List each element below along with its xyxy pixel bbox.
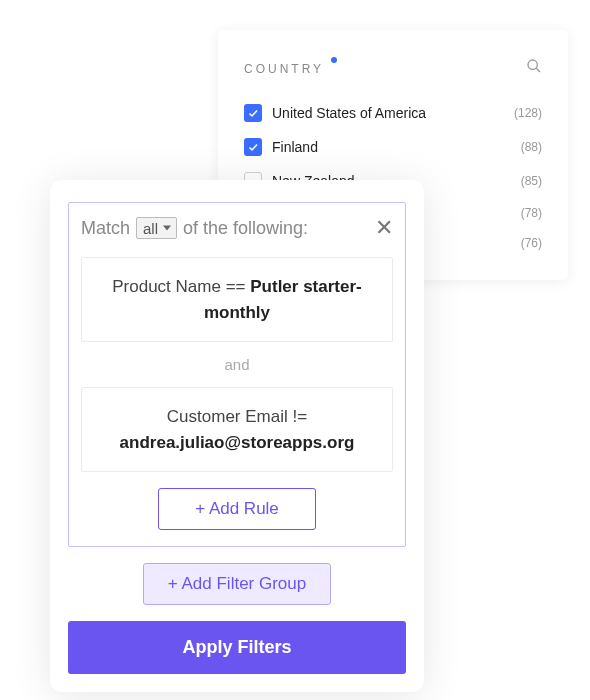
country-label: Finland — [272, 139, 318, 155]
country-row[interactable]: United States of America (128) — [244, 96, 542, 130]
add-rule-button[interactable]: + Add Rule — [158, 488, 316, 530]
search-icon[interactable] — [526, 58, 542, 78]
filter-group-header: Match all of the following: ✕ — [81, 217, 393, 239]
filter-group: Match all of the following: ✕ Product Na… — [68, 202, 406, 547]
checkbox-checked-icon[interactable] — [244, 104, 262, 122]
filter-rule[interactable]: Customer Email != andrea.juliao@storeapp… — [81, 387, 393, 472]
country-label: United States of America — [272, 105, 426, 121]
rule-field: Customer Email — [167, 407, 288, 426]
match-mode-select[interactable]: all — [136, 217, 177, 239]
rule-separator: and — [81, 356, 393, 373]
active-filter-indicator-dot — [331, 57, 337, 63]
filter-builder-panel: Match all of the following: ✕ Product Na… — [50, 180, 424, 692]
country-panel-title: COUNTRY — [244, 62, 324, 76]
match-mode-value: all — [143, 220, 158, 237]
match-row: Match all of the following: — [81, 217, 308, 239]
filter-rule[interactable]: Product Name == Putler starter-monthly — [81, 257, 393, 342]
country-count: (78) — [521, 206, 542, 220]
rule-operator: != — [293, 407, 308, 426]
country-row-left: United States of America — [244, 104, 426, 122]
rule-value: andrea.juliao@storeapps.org — [120, 433, 355, 452]
match-suffix: of the following: — [183, 218, 308, 239]
rule-operator: == — [226, 277, 246, 296]
country-count: (76) — [521, 236, 542, 250]
close-icon[interactable]: ✕ — [375, 217, 393, 239]
svg-line-1 — [536, 68, 540, 72]
add-filter-group-button[interactable]: + Add Filter Group — [143, 563, 331, 605]
country-panel-title-wrap: COUNTRY — [244, 59, 337, 77]
country-panel-header: COUNTRY — [244, 58, 542, 78]
country-count: (128) — [514, 106, 542, 120]
country-count: (88) — [521, 140, 542, 154]
rule-field: Product Name — [112, 277, 221, 296]
match-prefix: Match — [81, 218, 130, 239]
country-count: (85) — [521, 174, 542, 188]
apply-filters-button[interactable]: Apply Filters — [68, 621, 406, 674]
country-row-left: Finland — [244, 138, 318, 156]
checkbox-checked-icon[interactable] — [244, 138, 262, 156]
country-row[interactable]: Finland (88) — [244, 130, 542, 164]
svg-point-0 — [528, 60, 537, 69]
